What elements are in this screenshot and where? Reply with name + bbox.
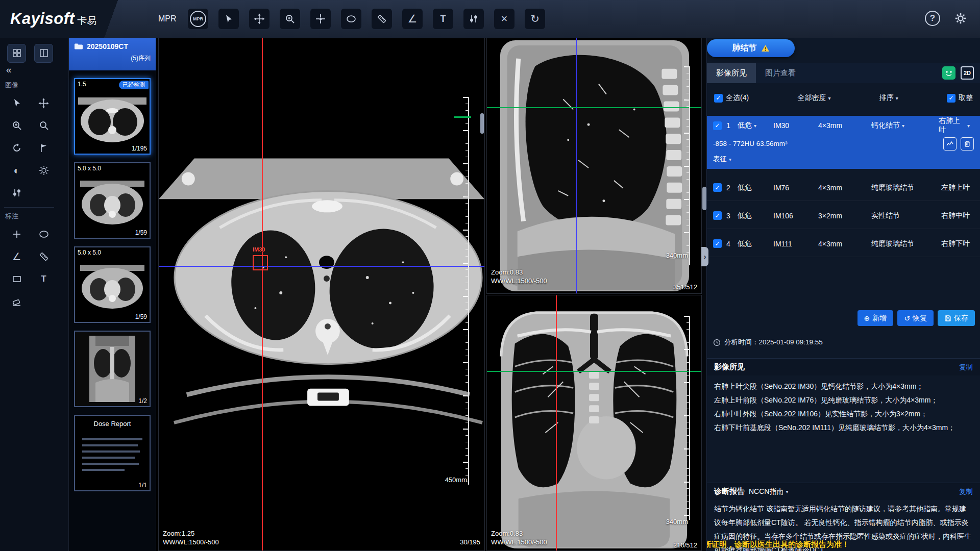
nodule-size: 4×3mm — [818, 184, 871, 192]
pointer-tool-side[interactable] — [7, 94, 26, 113]
grid-layout-button[interactable] — [7, 44, 26, 63]
guideline-dropdown[interactable]: NCCN指南▾ — [749, 487, 788, 496]
mpr-badge-button[interactable]: MPR — [188, 9, 208, 29]
nodule-roi-label: IM30 — [253, 246, 265, 253]
thumb-index: 1/59 — [135, 229, 147, 236]
split-layout-button[interactable] — [34, 44, 53, 63]
chevron-down-icon: ▾ — [902, 123, 904, 129]
save-button[interactable]: 保存 — [938, 310, 975, 326]
ruler-annotation-tool[interactable] — [34, 247, 53, 266]
invert-tool-side[interactable]: ◐ — [7, 161, 26, 180]
copy-report-link[interactable]: 复制 — [959, 487, 973, 496]
nodule-row-1-selected[interactable]: ✓ 1 低危▾ IM30 4×3mm 钙化结节▾ 右肺上叶▾ -858 - 77… — [707, 116, 980, 169]
round-checkbox[interactable]: ✓取整 — [947, 93, 973, 103]
scale-label: 340mm — [666, 251, 688, 260]
nodule-row-2[interactable]: ✓ 2 低危 IM76 4×3mm 纯磨玻璃结节 左肺上叶 — [707, 174, 980, 201]
nodule-row-3[interactable]: ✓ 3 低危 IM106 3×2mm 实性结节 右肺中叶 — [707, 203, 980, 229]
dose-report-title: Dose Report — [75, 420, 150, 428]
text-tool-button[interactable]: T — [433, 9, 453, 29]
nodule-roi-box[interactable] — [253, 255, 268, 270]
risk-dropdown[interactable]: 低危▾ — [738, 121, 773, 130]
panel-expand-tab[interactable]: › — [701, 247, 708, 266]
histogram-button[interactable] — [943, 137, 957, 151]
ellipse-annotation-tool[interactable] — [34, 225, 53, 244]
zoom-tool-button[interactable] — [280, 9, 300, 29]
lung-nodule-module-button[interactable]: 肺结节 — [707, 39, 795, 57]
measure-ruler — [684, 316, 690, 520]
collapse-sidebar-button[interactable]: « — [0, 64, 68, 79]
rotate-tool-side[interactable] — [7, 139, 26, 158]
restore-button[interactable]: ↺恢复 — [897, 310, 934, 326]
pan-tool-side[interactable] — [34, 94, 53, 113]
ruler-icon — [39, 252, 49, 262]
detected-badge: 已经检测 — [119, 81, 149, 89]
text-annotation-tool[interactable]: T — [34, 270, 53, 289]
coronal-viewport[interactable]: 340mm Zoom:0.83 WW/WL:1500/-500 210/512 — [486, 295, 702, 551]
nodule-size: 4×3mm — [818, 240, 871, 248]
brand-name-cn: 卡易 — [77, 14, 96, 28]
pointer-icon — [12, 98, 22, 108]
magnify-tool-side[interactable] — [34, 116, 53, 135]
tab-image-view[interactable]: 图片查看 — [756, 63, 805, 83]
coronal-ct-image — [487, 295, 701, 550]
series-thumbnail-2[interactable]: 5.0 x 5.0 1/59 — [74, 162, 151, 239]
nodule-row-4[interactable]: ✓ 4 低危 IM111 4×3mm 纯磨玻璃结节 右肺下叶 — [707, 231, 980, 257]
check-icon[interactable]: ✓ — [713, 211, 722, 220]
nodule-location: 左肺上叶 — [939, 183, 974, 192]
eraser-annotation-tool[interactable] — [7, 292, 26, 311]
ruler-tool-button[interactable] — [372, 9, 392, 29]
nodule-type: 实性结节 — [871, 211, 939, 220]
axial-viewport[interactable]: IM30 450mm Zoom:1.25 WW/WL:1500/-500 30/… — [158, 38, 485, 551]
series-thumbnail-1[interactable]: 1.5 已经检测 1/195 — [74, 78, 151, 155]
copy-findings-link[interactable]: 复制 — [959, 363, 973, 372]
window-level-icon — [469, 14, 479, 24]
report-section-header: 诊断报告 NCCN指南▾ 复制 — [707, 483, 980, 500]
localizer-tool-button[interactable] — [310, 9, 331, 29]
zoom-in-tool-side[interactable] — [7, 116, 26, 135]
pan-tool-button[interactable] — [249, 9, 270, 29]
search-icon — [39, 120, 49, 131]
measure-ruler — [463, 97, 469, 485]
delete-tool-button[interactable]: × — [494, 9, 514, 29]
measure-ruler — [684, 66, 690, 265]
reset-tool-button[interactable]: ↻ — [525, 9, 545, 29]
2d-view-toggle[interactable]: 2D — [961, 66, 974, 80]
series-thumbnail-5[interactable]: Dose Report 1/1 — [74, 415, 151, 491]
chevron-down-icon: ▾ — [967, 123, 970, 129]
sort-dropdown[interactable]: 排序▾ — [879, 93, 898, 103]
slice-scrollbar[interactable] — [480, 113, 484, 134]
help-button[interactable]: ? — [925, 11, 940, 26]
settings-button[interactable] — [952, 10, 969, 27]
select-all-checkbox[interactable]: ✓全选(4) — [714, 93, 749, 103]
crosshair-icon — [315, 14, 326, 24]
series-thumbnail-3[interactable]: 5.0 x 5.0 1/59 — [74, 246, 151, 323]
nodule-characterization-dropdown[interactable]: 表征▾ — [707, 152, 980, 167]
flag-tool-side[interactable] — [34, 139, 53, 158]
window-level-tool-button[interactable] — [463, 9, 484, 29]
plane-indicator-tick[interactable] — [454, 116, 471, 118]
rectangle-annotation-tool[interactable] — [7, 270, 26, 289]
nodule-type-dropdown[interactable]: 钙化结节▾ — [871, 121, 939, 130]
angle-annotation-tool[interactable]: ∠ — [7, 247, 26, 266]
scrollbar-handle[interactable] — [702, 187, 706, 210]
tab-findings[interactable]: 影像所见 — [707, 63, 756, 83]
series-thumbnail-4[interactable]: 1/2 — [74, 331, 151, 407]
angle-tool-button[interactable]: ∠ — [402, 9, 423, 29]
check-icon[interactable]: ✓ — [713, 239, 722, 248]
density-filter-dropdown[interactable]: 全部密度▾ — [797, 93, 830, 103]
nodule-location-dropdown[interactable]: 右肺上叶▾ — [939, 116, 974, 135]
sagittal-viewport[interactable]: 340mm Zoom:0.83 WW/WL:1500/-500 351/512 — [486, 38, 702, 294]
thumb-index: 1/195 — [132, 145, 147, 152]
cross-annotation-tool[interactable] — [7, 225, 26, 244]
delete-nodule-button[interactable] — [961, 137, 974, 151]
brightness-tool-side[interactable] — [34, 161, 53, 180]
check-icon[interactable]: ✓ — [713, 183, 722, 192]
window-level-tool-side[interactable] — [7, 184, 26, 203]
pointer-tool-button[interactable] — [218, 9, 239, 29]
findings-text: 右肺上叶尖段（SeNo.202 IM30）见钙化结节影，大小为4×3mm； 左肺… — [707, 378, 980, 437]
check-icon[interactable]: ✓ — [713, 121, 722, 130]
ai-report-icon[interactable] — [942, 66, 955, 80]
chevron-down-icon: ▾ — [896, 95, 898, 101]
ellipse-tool-button[interactable] — [341, 9, 361, 29]
add-nodule-button[interactable]: ⊕新增 — [857, 310, 894, 326]
